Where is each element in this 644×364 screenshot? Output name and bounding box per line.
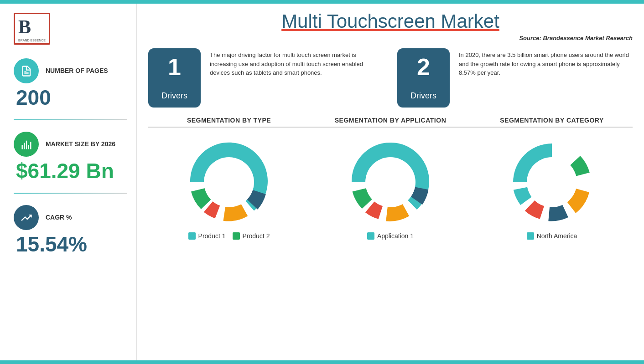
legend-item-app1: Application 1 (367, 232, 414, 240)
divider-1 (14, 119, 127, 120)
chart-legend-category: North America (527, 232, 577, 240)
driver-description-2: In 2020, there are 3.5 billion smart pho… (459, 48, 633, 77)
main-content: Multi Touchscreen Market Source: Brandes… (137, 4, 644, 364)
chart-icon (14, 132, 39, 157)
charts-header: SEGMENTATION BY TYPE SEGMENTATION BY APP… (148, 117, 633, 128)
logo-tagline: BRAND ESSENCE (18, 39, 46, 42)
legend-color-product2 (233, 232, 240, 240)
legend-item-na: North America (527, 232, 577, 240)
chart-header-type: SEGMENTATION BY TYPE (148, 117, 310, 128)
sidebar: B BRAND ESSENCE NUMBER of PAGES 200 (0, 4, 137, 364)
pages-stat-block: NUMBER of PAGES 200 (14, 58, 127, 108)
marketsize-label: MARKET SIZE BY 2026 (46, 140, 115, 148)
driver-description-1: The major driving factor for multi touch… (210, 48, 384, 77)
chart-header-category: SEGMENTATION BY CATEGORY (471, 117, 633, 128)
svg-point-0 (204, 157, 254, 207)
chart-by-category: North America (471, 132, 633, 244)
logo-box: B BRAND ESSENCE (14, 13, 50, 45)
chart-by-application: Application 1 (310, 132, 471, 244)
legend-color-app1 (367, 232, 374, 240)
chart-by-type: Product 1 Product 2 (148, 132, 310, 244)
pages-value: 200 (14, 87, 127, 108)
driver-badge-1: 1 Drivers (148, 48, 201, 108)
chart-legend-type: Product 1 Product 2 (188, 232, 270, 240)
driver-number-1: 1 (168, 55, 181, 79)
legend-item-product1: Product 1 (188, 232, 226, 240)
chart-legend-application: Application 1 (367, 232, 414, 240)
cagr-value: 15.54% (14, 234, 127, 255)
legend-color-na (527, 232, 534, 240)
top-bar (0, 0, 644, 4)
drivers-section: 1 Drivers The major driving factor for m… (148, 48, 633, 108)
source-text: Source: Brandessence Market Research (148, 35, 633, 41)
driver-number-2: 2 (417, 55, 430, 79)
cagr-label: CAGR % (46, 213, 72, 221)
logo-area: B BRAND ESSENCE (14, 13, 127, 45)
svg-point-1 (365, 157, 415, 207)
donut-type (183, 137, 275, 228)
page-title: Multi Touchscreen Market (148, 10, 633, 32)
legend-label-na: North America (537, 232, 577, 240)
donut-category (506, 137, 597, 228)
marketsize-stat-block: MARKET SIZE BY 2026 $61.29 Bn (14, 132, 127, 181)
bottom-bar (0, 360, 644, 364)
driver-label-1: Drivers (161, 91, 187, 101)
driver-card-2: 2 Drivers In 2020, there are 3.5 billion… (397, 48, 633, 108)
growth-icon (14, 205, 39, 230)
charts-section: SEGMENTATION BY TYPE SEGMENTATION BY APP… (148, 117, 633, 357)
pages-label: NUMBER of PAGES (46, 67, 108, 75)
legend-label-product2: Product 2 (243, 232, 270, 240)
cagr-stat-block: CAGR % 15.54% (14, 205, 127, 255)
document-icon (14, 58, 39, 83)
legend-label-app1: Application 1 (377, 232, 414, 240)
donut-application (345, 137, 436, 228)
divider-2 (14, 193, 127, 194)
svg-point-2 (527, 157, 577, 207)
charts-row: Product 1 Product 2 (148, 132, 633, 244)
driver-badge-2: 2 Drivers (397, 48, 450, 108)
marketsize-value: $61.29 Bn (14, 160, 127, 181)
legend-label-product1: Product 1 (198, 232, 226, 240)
driver-card-1: 1 Drivers The major driving factor for m… (148, 48, 384, 108)
chart-header-application: SEGMENTATION BY APPLICATION (310, 117, 471, 128)
logo-letter: B (18, 16, 46, 38)
legend-item-product2: Product 2 (233, 232, 270, 240)
driver-label-2: Drivers (410, 91, 436, 101)
legend-color-product1 (188, 232, 196, 240)
